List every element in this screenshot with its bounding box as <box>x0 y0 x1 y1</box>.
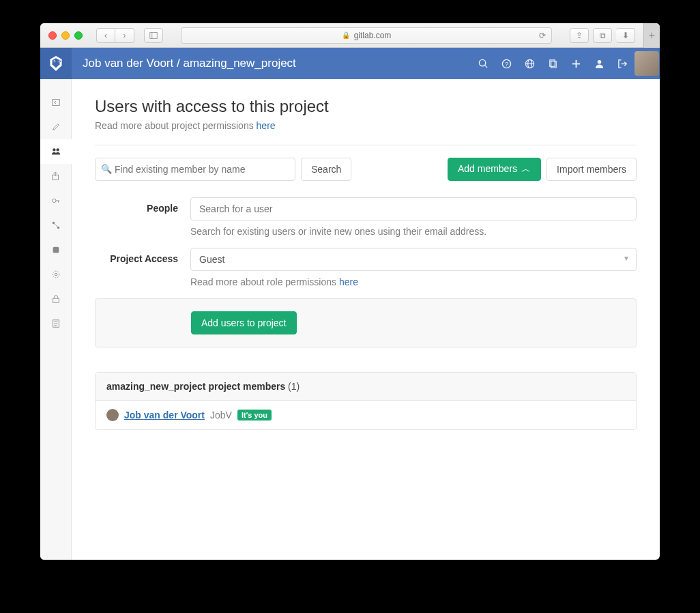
top-nav: Job van der Voort / amazing_new_project … <box>40 48 660 79</box>
browser-window: ‹ › 🔒 gitlab.com ⟳ ⇪ ⧉ ⬇ + Job van der V… <box>40 23 660 560</box>
svg-rect-0 <box>150 32 158 38</box>
people-row: People Search for existing users or invi… <box>95 197 637 237</box>
svg-point-27 <box>55 273 57 276</box>
signout-icon[interactable] <box>611 48 634 79</box>
members-header: amazing_new_project project members (1) <box>96 373 636 401</box>
find-member-input[interactable] <box>95 158 295 181</box>
sidebar-toggle[interactable] <box>144 28 163 43</box>
tabs-icon[interactable]: ⧉ <box>593 28 612 43</box>
member-name[interactable]: Job van der Voort <box>124 410 205 420</box>
files-icon[interactable] <box>541 48 564 79</box>
breadcrumb-user[interactable]: Job van der Voort <box>83 57 173 70</box>
people-label: People <box>95 197 190 237</box>
sidebar-item-settings[interactable] <box>40 262 71 287</box>
nav-buttons: ‹ › <box>96 28 134 43</box>
nav-icons: ? <box>471 48 660 79</box>
minimize-window-icon[interactable] <box>61 31 70 40</box>
sidebar-item-protected[interactable] <box>40 287 71 311</box>
url-bar[interactable]: 🔒 gitlab.com ⟳ <box>181 27 552 44</box>
submit-row: Add users to project <box>95 298 637 347</box>
members-panel: amazing_new_project project members (1) … <box>95 372 637 430</box>
svg-line-5 <box>484 65 487 68</box>
svg-point-15 <box>597 59 601 63</box>
chevron-up-icon: ︿ <box>521 163 531 175</box>
member-username: JobV <box>210 410 232 420</box>
toolbar-right: ⇪ ⧉ ⬇ <box>570 28 635 43</box>
plus-icon[interactable] <box>564 48 587 79</box>
avatar[interactable] <box>634 48 660 79</box>
import-members-button[interactable]: Import members <box>546 158 637 181</box>
add-members-button[interactable]: Add members︿ <box>448 158 541 181</box>
sidebar-item-doc[interactable] <box>40 311 71 336</box>
sidebar-item-share[interactable] <box>40 164 71 188</box>
sidebar-item-edit[interactable] <box>40 115 71 139</box>
reload-icon[interactable]: ⟳ <box>539 31 546 40</box>
svg-point-2 <box>53 61 55 63</box>
access-row: Project Access Guest Read more about rol… <box>95 248 637 287</box>
help-icon[interactable]: ? <box>495 48 518 79</box>
traffic-lights <box>46 31 83 40</box>
body: Users with access to this project Read m… <box>40 79 660 560</box>
new-tab-button[interactable]: + <box>643 23 660 48</box>
people-help: Search for existing users or invite new … <box>190 226 637 237</box>
page-title: Users with access to this project <box>95 97 637 116</box>
search-icon: 🔍 <box>101 164 112 174</box>
forward-button[interactable]: › <box>115 28 134 43</box>
permissions-link[interactable]: here <box>257 120 276 131</box>
page-subtitle: Read more about project permissions here <box>95 120 637 131</box>
breadcrumb-project[interactable]: amazing_new_project <box>183 57 295 70</box>
svg-point-3 <box>57 61 59 63</box>
user-icon[interactable] <box>587 48 611 79</box>
close-window-icon[interactable] <box>48 31 57 40</box>
add-users-button[interactable]: Add users to project <box>191 311 297 334</box>
sidebar-item-webhooks[interactable] <box>40 213 71 238</box>
globe-icon[interactable] <box>518 48 541 79</box>
search-button[interactable]: Search <box>301 158 351 181</box>
content: Users with access to this project Read m… <box>72 79 660 560</box>
app: Job van der Voort / amazing_new_project … <box>40 48 660 560</box>
access-help: Read more about role permissions here <box>190 276 637 287</box>
svg-point-18 <box>53 148 55 151</box>
people-input[interactable] <box>190 197 637 220</box>
sidebar-item-members[interactable] <box>40 139 72 164</box>
sidebar <box>40 79 72 560</box>
sidebar-item-git[interactable] <box>40 238 71 262</box>
svg-rect-17 <box>52 100 59 106</box>
svg-point-21 <box>52 199 55 202</box>
share-icon[interactable]: ⇪ <box>570 28 589 43</box>
divider <box>95 145 637 145</box>
access-label: Project Access <box>95 248 190 287</box>
sidebar-item-back[interactable] <box>40 90 71 115</box>
lock-icon: 🔒 <box>342 31 350 39</box>
back-button[interactable]: ‹ <box>96 28 115 43</box>
url-host: gitlab.com <box>354 31 392 40</box>
svg-rect-29 <box>53 298 59 302</box>
svg-rect-26 <box>53 247 59 253</box>
titlebar: ‹ › 🔒 gitlab.com ⟳ ⇪ ⧉ ⬇ + <box>40 23 660 48</box>
member-row: Job van der Voort JobV It's you <box>96 401 636 429</box>
access-select[interactable]: Guest <box>190 248 637 271</box>
members-count: (1) <box>288 381 300 392</box>
gitlab-logo[interactable] <box>40 48 72 79</box>
search-icon[interactable] <box>471 48 495 79</box>
find-member-wrap: 🔍 <box>95 158 295 181</box>
maximize-window-icon[interactable] <box>74 31 83 40</box>
role-permissions-link[interactable]: here <box>339 276 358 287</box>
sidebar-item-deploy-keys[interactable] <box>40 188 71 213</box>
svg-text:?: ? <box>504 61 508 68</box>
svg-point-19 <box>56 148 59 151</box>
breadcrumb: Job van der Voort / amazing_new_project <box>72 57 296 70</box>
its-you-badge: It's you <box>237 410 272 420</box>
downloads-icon[interactable]: ⬇ <box>616 28 635 43</box>
member-avatar <box>106 409 119 421</box>
svg-point-28 <box>53 271 59 278</box>
toolbar: 🔍 Search Add members︿ Import members <box>95 158 637 181</box>
